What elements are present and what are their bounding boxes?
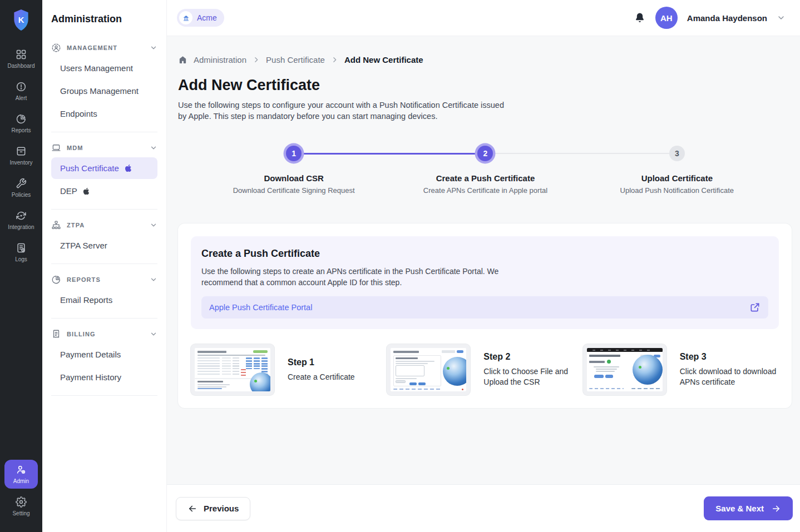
step1-screenshot <box>195 348 270 391</box>
sidebar-section-mdm[interactable]: MDM <box>51 140 157 156</box>
sidebar-divider <box>51 395 157 396</box>
section-label: ZTPA <box>67 222 85 228</box>
breadcrumb-administration[interactable]: Administration <box>194 55 246 64</box>
org-avatar <box>179 11 192 24</box>
reports-pie-icon <box>51 275 61 285</box>
sidebar-item-email-reports[interactable]: Email Reports <box>51 289 157 311</box>
sidebar-item-users-management[interactable]: Users Management <box>51 57 157 79</box>
rail-item-label: Setting <box>12 510 29 516</box>
breadcrumb: Administration Push Certificate Add New … <box>178 55 792 64</box>
mdm-laptop-icon <box>51 143 61 153</box>
howto-step-description: Click to Choose File and Upload the CSR <box>483 366 582 387</box>
step3-thumbnail <box>583 344 666 395</box>
sidebar-item-label: Groups Management <box>60 86 139 96</box>
sidebar-section-management[interactable]: MANAGEMENT <box>51 39 157 56</box>
globe-graphic <box>633 355 663 385</box>
management-user-circle-icon <box>51 43 61 53</box>
settings-gear-icon <box>16 496 27 508</box>
rail-item-admin[interactable]: Admin <box>4 460 38 489</box>
howto-step-3-text: Step 3 Click download to download APNs c… <box>680 352 779 387</box>
sidebar-item-endpoints[interactable]: Endpoints <box>51 103 157 125</box>
notification-bell-icon[interactable] <box>634 12 646 24</box>
apple-portal-link[interactable]: Apple Push Certificate Portal <box>201 296 768 319</box>
step-circle: 1 <box>286 146 302 161</box>
sidebar-item-label: DEP <box>60 186 77 196</box>
admin-sidebar: Administration MANAGEMENT Users Manageme… <box>42 0 167 532</box>
sidebar-item-label: Payment Details <box>60 350 121 359</box>
rail-item-reports[interactable]: Reports <box>4 109 38 138</box>
rail-item-setting[interactable]: Setting <box>4 492 38 521</box>
sidebar-item-label: Push Certificate <box>60 163 119 173</box>
step-subtitle: Create APNs Certificate in Apple portal <box>423 186 547 195</box>
howto-step-2: Step 2 Click to Choose File and Upload t… <box>387 344 582 395</box>
rail-item-dashboard[interactable]: Dashboard <box>4 44 38 73</box>
rail-item-label: Admin <box>13 478 29 484</box>
main-column: Acme AH Amanda Haydenson Administration … <box>167 0 800 532</box>
inventory-box-icon <box>16 146 27 157</box>
howto-step-1: Step 1 Create a Certificate <box>191 344 387 395</box>
billing-receipt-icon <box>51 329 61 339</box>
app-logo[interactable]: K <box>12 9 30 31</box>
section-label: REPORTS <box>67 276 101 283</box>
howto-step-description: Create a Certificate <box>288 372 355 382</box>
sidebar-section-ztpa[interactable]: ZTPA <box>51 217 157 233</box>
howto-step-label: Step 3 <box>680 352 779 362</box>
shield-k-logo-icon: K <box>12 9 30 31</box>
user-avatar[interactable]: AH <box>655 7 678 29</box>
step-subtitle: Download Certificate Signing Request <box>233 186 355 195</box>
step1-thumbnail <box>191 344 274 395</box>
stepper-step-3[interactable]: 3 Upload Certificate Upload Push Notific… <box>581 146 773 195</box>
admin-user-gear-icon <box>16 464 27 475</box>
rail-item-label: Alert <box>16 95 27 101</box>
alert-icon <box>16 81 27 92</box>
rail-item-inventory[interactable]: Inventory <box>4 141 38 170</box>
section-label: BILLING <box>67 331 96 337</box>
org-badge[interactable]: Acme <box>177 9 224 27</box>
step-subtitle: Upload Push Notification Certificate <box>620 186 734 195</box>
step2-thumbnail <box>387 344 470 395</box>
wizard-stepper: 1 Download CSR Download Certificate Sign… <box>198 146 773 195</box>
reports-pie-icon <box>16 113 27 125</box>
svg-text:K: K <box>18 16 24 24</box>
rail-item-label: Dashboard <box>8 63 35 69</box>
sidebar-section-billing[interactable]: BILLING <box>51 326 157 342</box>
rail-item-alert[interactable]: Alert <box>4 77 38 106</box>
sidebar-item-label: Users Management <box>60 63 133 73</box>
chevron-down-icon <box>150 330 157 338</box>
sidebar-divider <box>51 132 157 132</box>
save-next-button[interactable]: Save & Next <box>704 496 793 520</box>
breadcrumb-push-certificate[interactable]: Push Certificate <box>266 55 325 64</box>
rail-item-label: Integration <box>8 224 34 230</box>
step-circle: 3 <box>669 146 685 161</box>
step-title: Download CSR <box>264 173 324 183</box>
avatar-initials: AH <box>660 13 673 23</box>
home-icon[interactable] <box>178 55 187 64</box>
previous-button[interactable]: Previous <box>176 497 250 520</box>
rail-item-label: Policies <box>12 192 31 198</box>
step-circle: 2 <box>477 146 493 161</box>
sidebar-item-groups-management[interactable]: Groups Management <box>51 80 157 102</box>
howto-steps-row: Step 1 Create a Certificate <box>191 344 779 395</box>
rail-item-integration[interactable]: Integration <box>4 206 38 235</box>
org-badge-label: Acme <box>197 13 217 22</box>
create-push-certificate-card: Create a Push Certificate Use the follow… <box>178 223 792 408</box>
sidebar-item-payment-history[interactable]: Payment History <box>51 366 157 388</box>
ztpa-network-icon <box>51 220 61 230</box>
chevron-down-icon[interactable] <box>777 13 786 22</box>
logs-document-icon <box>16 242 27 253</box>
sidebar-item-dep[interactable]: DEP <box>51 180 157 202</box>
step3-screenshot <box>587 348 663 391</box>
sidebar-item-push-certificate[interactable]: Push Certificate <box>51 157 157 179</box>
rail-item-logs[interactable]: Logs <box>4 238 38 267</box>
save-next-button-label: Save & Next <box>715 504 764 513</box>
policies-wrench-icon <box>16 178 27 189</box>
sidebar-section-reports[interactable]: REPORTS <box>51 271 157 288</box>
globe-graphic <box>443 357 466 386</box>
arrow-right-icon <box>771 504 781 514</box>
panel-description: Use the following steps to create an APN… <box>201 266 513 288</box>
portal-link-label: Apple Push Certificate Portal <box>209 303 312 312</box>
rail-item-policies[interactable]: Policies <box>4 173 38 202</box>
sidebar-item-ztpa-server[interactable]: ZTPA Server <box>51 235 157 256</box>
rail-item-label: Inventory <box>9 160 32 166</box>
sidebar-item-payment-details[interactable]: Payment Details <box>51 344 157 365</box>
